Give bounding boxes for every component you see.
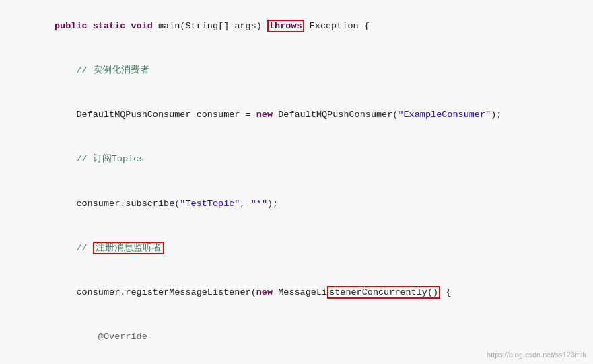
- line-content-9: public ConsumeConcurrentlyStatus consume…: [0, 359, 593, 364]
- line-content-2: // 实例化消费者: [0, 48, 593, 93]
- code-line-6: // 注册消息监听者: [0, 226, 593, 270]
- code-line-3: DefaultMQPushConsumer consumer = new Def…: [0, 93, 593, 137]
- code-line-7: consumer.registerMessageListener(new Mes…: [0, 270, 593, 315]
- line-content-5: consumer.subscribe("TestTopic", "*");: [0, 182, 593, 226]
- code-line-1: public static void main(String[] args) t…: [0, 4, 593, 48]
- code-area: public static void main(String[] args) t…: [0, 0, 593, 364]
- code-line-9: public ConsumeConcurrentlyStatus consume…: [0, 359, 593, 364]
- code-line-4: // 订阅Topics: [0, 137, 593, 182]
- line-content-7: consumer.registerMessageListener(new Mes…: [0, 270, 593, 315]
- line-content-3: DefaultMQPushConsumer consumer = new Def…: [0, 93, 593, 137]
- line-content-1: public static void main(String[] args) t…: [0, 4, 593, 48]
- watermark: https://blog.csdn.net/ss123mik: [487, 351, 586, 359]
- line-content-4: // 订阅Topics: [0, 137, 593, 182]
- code-line-5: consumer.subscribe("TestTopic", "*");: [0, 182, 593, 226]
- code-line-2: // 实例化消费者: [0, 48, 593, 93]
- line-content-6: // 注册消息监听者: [0, 226, 593, 270]
